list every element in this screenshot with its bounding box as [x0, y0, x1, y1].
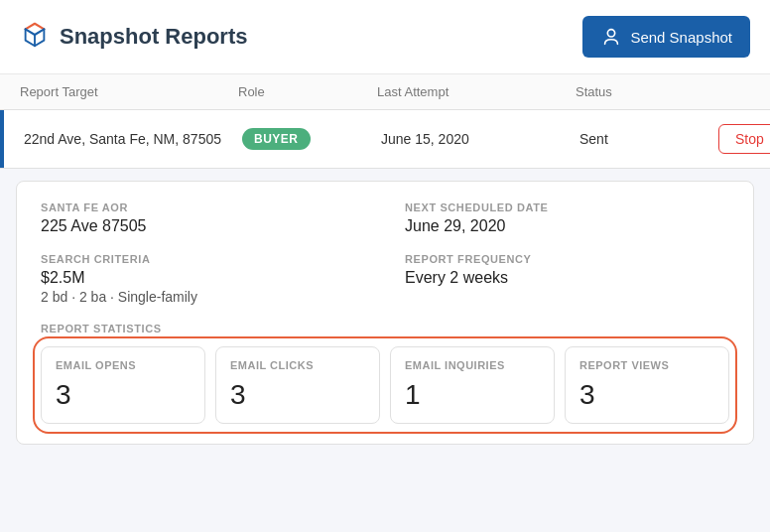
header-left: Snapshot Reports — [20, 20, 247, 54]
stop-button[interactable]: Stop — [718, 124, 770, 154]
stat-value-report-views: 3 — [579, 379, 714, 411]
snapshot-icon — [20, 20, 50, 54]
table-header: Report Target Role Last Attempt Status — [0, 74, 770, 110]
page-header: Snapshot Reports Send Snapshot — [0, 0, 770, 74]
cell-status: Sent — [579, 131, 718, 147]
stat-label-email-clicks: EMAIL CLICKS — [230, 359, 365, 371]
aor-label: SANTA FE AOR — [41, 201, 365, 213]
aor-value: 225 Ave 87505 — [41, 217, 365, 235]
detail-grid: SANTA FE AOR 225 Ave 87505 NEXT SCHEDULE… — [41, 201, 729, 305]
next-date-value: June 29, 2020 — [405, 217, 729, 235]
report-table: Report Target Role Last Attempt Status 2… — [0, 74, 770, 169]
svg-point-0 — [608, 30, 615, 37]
cell-last-attempt: June 15, 2020 — [381, 131, 579, 147]
stats-section-label: REPORT STATISTICS — [41, 323, 729, 334]
aor-section: SANTA FE AOR 225 Ave 87505 — [41, 201, 365, 235]
stat-value-email-inquiries: 1 — [405, 379, 540, 411]
cell-action: Stop — [718, 124, 770, 154]
stat-label-report-views: REPORT VIEWS — [579, 359, 714, 371]
col-role: Role — [238, 84, 377, 99]
stat-label-email-opens: EMAIL OPENS — [56, 359, 191, 371]
send-icon — [600, 26, 622, 48]
search-criteria-value: $2.5M — [41, 269, 365, 287]
page-title: Snapshot Reports — [60, 24, 247, 50]
search-criteria-label: SEARCH CRITERIA — [41, 253, 365, 265]
stat-card-email-inquiries: EMAIL INQUIRIES 1 — [390, 346, 555, 424]
stat-card-report-views: REPORT VIEWS 3 — [565, 346, 729, 424]
role-badge: BUYER — [242, 128, 311, 150]
detail-card: SANTA FE AOR 225 Ave 87505 NEXT SCHEDULE… — [16, 181, 754, 445]
search-criteria-sub: 2 bd · 2 ba · Single-family — [41, 289, 365, 305]
stat-card-email-opens: EMAIL OPENS 3 — [41, 346, 205, 424]
col-report-target: Report Target — [20, 84, 238, 99]
stat-value-email-clicks: 3 — [230, 379, 365, 411]
stat-label-email-inquiries: EMAIL INQUIRIES — [405, 359, 540, 371]
stat-card-email-clicks: EMAIL CLICKS 3 — [215, 346, 380, 424]
next-date-section: NEXT SCHEDULED DATE June 29, 2020 — [405, 201, 729, 235]
stat-value-email-opens: 3 — [56, 379, 191, 411]
col-action — [714, 84, 770, 99]
frequency-value: Every 2 weeks — [405, 269, 729, 287]
send-snapshot-button[interactable]: Send Snapshot — [582, 16, 750, 58]
table-row: 22nd Ave, Santa Fe, NM, 87505 BUYER June… — [0, 110, 770, 168]
cell-report-target: 22nd Ave, Santa Fe, NM, 87505 — [24, 131, 242, 147]
col-status: Status — [576, 84, 714, 99]
next-date-label: NEXT SCHEDULED DATE — [405, 201, 729, 213]
stats-section: REPORT STATISTICS EMAIL OPENS 3 EMAIL CL… — [41, 323, 729, 424]
frequency-label: REPORT FREQUENCY — [405, 253, 729, 265]
col-last-attempt: Last Attempt — [377, 84, 576, 99]
frequency-section: REPORT FREQUENCY Every 2 weeks — [405, 253, 729, 305]
cell-role: BUYER — [242, 128, 381, 150]
stats-row: EMAIL OPENS 3 EMAIL CLICKS 3 EMAIL INQUI… — [41, 346, 729, 424]
search-criteria-section: SEARCH CRITERIA $2.5M 2 bd · 2 ba · Sing… — [41, 253, 365, 305]
send-snapshot-label: Send Snapshot — [630, 29, 732, 46]
